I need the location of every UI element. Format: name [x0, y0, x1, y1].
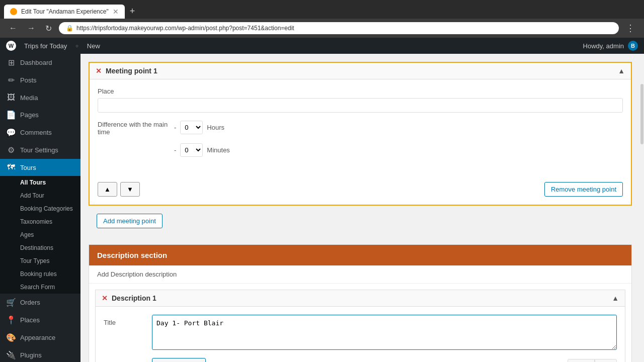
- tab-bar: Edit Tour "Andaman Experience" ✕ +: [0, 0, 644, 19]
- diff-inputs: - 0 1 2 3 4 5 6 7 8: [174, 121, 230, 162]
- sidebar-item-media[interactable]: 🖼 Media: [0, 89, 80, 106]
- minutes-dash: -: [174, 146, 176, 154]
- add-meeting-point-wrapper: Add meeting point: [89, 214, 632, 236]
- meeting-point-header-left: ✕ Meeting point 1: [96, 67, 157, 75]
- sidebar-sub-booking-categories[interactable]: Booking Categories: [0, 202, 80, 215]
- forward-button[interactable]: →: [24, 23, 38, 34]
- sidebar-item-tours[interactable]: 🗺 Tours: [0, 159, 80, 176]
- description-item-header: ✕ Description 1 ▲: [96, 290, 625, 307]
- description-item-body: Title Day 1- Port Blair Description 🖼 Ad: [96, 307, 625, 362]
- arrow-buttons: ▲ ▼: [98, 182, 140, 197]
- wp-admin-body: ⊞ Dashboard ✏ Posts 🖼 Media: [0, 54, 644, 362]
- topbar-right: Howdy, admin B: [583, 41, 638, 51]
- desc-tools: 🖼 Add Media Visual Text: [152, 358, 617, 362]
- wp-topbar: W Trips for Today + New Howdy, admin B: [0, 38, 644, 54]
- tab-close-button[interactable]: ✕: [113, 8, 119, 16]
- description-item-box: ✕ Description 1 ▲ Title Day 1- Port Blai…: [95, 290, 625, 362]
- sidebar-sub-all-tours[interactable]: All Tours: [0, 176, 80, 189]
- add-media-button[interactable]: 🖼 Add Media: [152, 358, 206, 362]
- back-button[interactable]: ←: [6, 23, 20, 34]
- sidebar-label-plugins: Plugins: [20, 351, 42, 359]
- sidebar-sub-booking-rules[interactable]: Booking rules: [0, 267, 80, 281]
- sidebar-item-plugins[interactable]: 🔌 Plugins: [0, 346, 80, 362]
- address-bar: ← → ↻ 🔒 https://tripsfortoday.makeyourwp…: [0, 19, 644, 38]
- sidebar-label-tour-settings: Tour Settings: [20, 146, 58, 154]
- meeting-point-header: ✕ Meeting point 1 ▲: [90, 63, 631, 79]
- minutes-unit: Minutes: [207, 146, 230, 154]
- visual-text-toggle: Visual Text: [568, 359, 617, 363]
- move-up-button[interactable]: ▲: [98, 182, 117, 197]
- sidebar-label-places: Places: [20, 316, 40, 324]
- place-field-row: Place: [98, 87, 623, 113]
- site-name-link[interactable]: Trips for Today: [24, 42, 67, 50]
- meeting-point-remove-x[interactable]: ✕: [96, 67, 102, 75]
- sidebar-item-places[interactable]: 📍 Places: [0, 311, 80, 329]
- place-input[interactable]: [98, 98, 623, 113]
- comments-icon: 💬: [6, 128, 16, 137]
- meeting-point-title: Meeting point 1: [106, 67, 157, 75]
- description-section-header: Description section: [89, 245, 631, 265]
- meeting-point-collapse-button[interactable]: ▲: [618, 67, 625, 75]
- url-bar[interactable]: 🔒 https://tripsfortoday.makeyourwp.com/w…: [59, 22, 619, 34]
- wp-logo: W: [6, 41, 16, 51]
- tour-settings-icon: ⚙: [6, 145, 16, 155]
- tours-submenu: All Tours Add Tour Booking Categories Ta…: [0, 176, 80, 294]
- howdy-text: Howdy, admin: [583, 42, 624, 50]
- title-input[interactable]: Day 1- Port Blair: [152, 315, 617, 350]
- new-link[interactable]: New: [87, 42, 100, 50]
- sidebar-item-orders[interactable]: 🛒 Orders: [0, 294, 80, 311]
- sidebar-label-posts: Posts: [20, 76, 37, 84]
- description-collapse-button[interactable]: ▲: [612, 294, 619, 302]
- text-button[interactable]: Text: [595, 359, 617, 363]
- refresh-button[interactable]: ↻: [42, 23, 55, 34]
- sidebar-label-media: Media: [20, 94, 38, 102]
- sidebar-menu: ⊞ Dashboard ✏ Posts 🖼 Media: [0, 54, 80, 362]
- diff-section: Difference with the main time - 0 1 2 3 …: [98, 121, 623, 162]
- sidebar-label-comments: Comments: [20, 129, 52, 136]
- sidebar-sub-taxonomies[interactable]: Taxonomies: [0, 215, 80, 228]
- visual-button[interactable]: Visual: [568, 359, 595, 363]
- tab-favicon: [10, 8, 17, 15]
- scrollbar-thumb[interactable]: [640, 84, 643, 144]
- meeting-point-footer: ▲ ▼ Remove meeting point: [90, 178, 631, 205]
- sidebar-sub-destinations[interactable]: Destinations: [0, 241, 80, 254]
- sidebar-sub-ages[interactable]: Ages: [0, 228, 80, 241]
- sidebar-item-tour-settings[interactable]: ⚙ Tour Settings: [0, 141, 80, 159]
- desc-toolbar: 🖼 Add Media Visual Text: [152, 358, 617, 362]
- sidebar-sub-search-form[interactable]: Search Form: [0, 281, 80, 294]
- plugins-icon: 🔌: [6, 350, 16, 360]
- sidebar-item-pages[interactable]: 📄 Pages: [0, 106, 80, 124]
- sidebar-label-appearance: Appearance: [20, 334, 55, 341]
- place-label: Place: [98, 87, 623, 95]
- move-down-button[interactable]: ▼: [120, 182, 140, 197]
- add-meeting-point-button[interactable]: Add meeting point: [97, 214, 163, 228]
- sidebar-item-comments[interactable]: 💬 Comments: [0, 124, 80, 141]
- tours-icon: 🗺: [6, 163, 16, 172]
- tab-title: Edit Tour "Andaman Experience": [21, 8, 109, 15]
- description-section-wrapper: Description section Add Description desc…: [89, 244, 632, 362]
- active-tab[interactable]: Edit Tour "Andaman Experience" ✕: [4, 5, 125, 19]
- sidebar-sub-add-tour[interactable]: Add Tour: [0, 189, 80, 202]
- remove-meeting-point-button[interactable]: Remove meeting point: [544, 182, 623, 197]
- sidebar-label-tours: Tours: [20, 164, 36, 171]
- admin-avatar: B: [628, 41, 638, 51]
- orders-icon: 🛒: [6, 298, 16, 307]
- new-tab-button[interactable]: +: [126, 4, 139, 19]
- sidebar-item-posts[interactable]: ✏ Posts: [0, 71, 80, 89]
- title-row: Title Day 1- Port Blair: [104, 315, 617, 350]
- browser-menu-button[interactable]: ⋮: [623, 22, 638, 35]
- diff-label: Difference with the main time: [98, 121, 168, 136]
- hours-select[interactable]: 0 1 2 3 4 5 6 7 8 9: [180, 121, 203, 134]
- pages-icon: 📄: [6, 110, 16, 120]
- sidebar-item-dashboard[interactable]: ⊞ Dashboard: [0, 54, 80, 71]
- description-intro: Add Description description: [89, 265, 631, 284]
- media-icon: 🖼: [6, 93, 16, 102]
- sidebar-item-appearance[interactable]: 🎨 Appearance: [0, 329, 80, 346]
- description-remove-x[interactable]: ✕: [102, 294, 108, 302]
- dashboard-icon: ⊞: [6, 58, 16, 67]
- meeting-point-body: Place Difference with the main time - 0 …: [90, 79, 631, 178]
- minutes-select[interactable]: 0 15 30 45: [180, 143, 203, 157]
- sidebar-sub-tour-types[interactable]: Tour Types: [0, 254, 80, 267]
- hours-row: - 0 1 2 3 4 5 6 7 8: [174, 121, 230, 134]
- appearance-icon: 🎨: [6, 333, 16, 342]
